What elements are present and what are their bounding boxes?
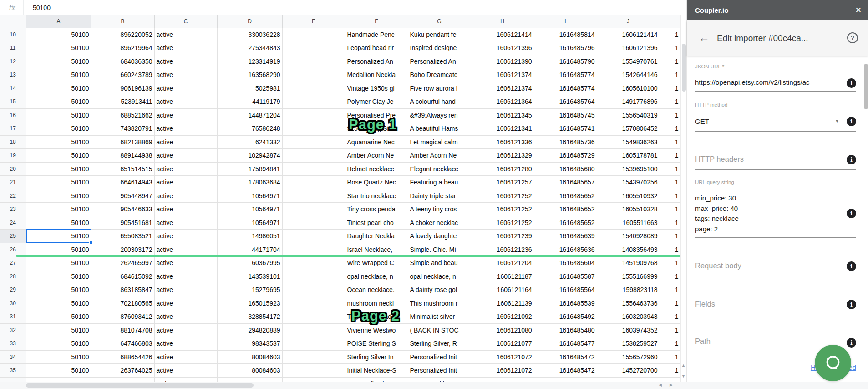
cell[interactable]: 50100 [26,28,91,41]
cell[interactable]: 175894841 [217,162,282,176]
row-header-31[interactable]: 31 [0,310,26,324]
cell[interactable]: 330036228 [217,28,282,41]
cell[interactable]: 1605510932 [597,189,660,203]
cell[interactable]: active [154,297,217,310]
cell[interactable]: 905446633 [91,203,154,216]
cell[interactable]: A choker necklac [408,216,471,230]
cell[interactable]: active [154,216,217,230]
cell[interactable]: active [154,230,217,243]
cell[interactable]: 1 [660,149,680,163]
cell[interactable]: 143539101 [217,270,282,283]
cell[interactable]: Personalized An [408,55,471,68]
cell[interactable]: 144871204 [217,108,282,122]
row-header-18[interactable]: 18 [0,135,26,149]
cell[interactable]: 1570806452 [597,122,660,136]
info-icon[interactable]: i [847,300,856,309]
column-header-E[interactable]: E [282,15,345,28]
formula-input[interactable]: 50100 [24,4,51,11]
cell[interactable]: 1 [660,270,680,283]
cell[interactable]: 50100 [26,230,91,243]
cell[interactable]: Five row aurora l [408,82,471,95]
cell[interactable] [282,68,345,82]
row-header-27[interactable]: 27 [0,256,26,270]
cell[interactable]: 1606121252 [471,189,534,203]
cell[interactable]: active [154,55,217,68]
cell[interactable]: 682138869 [91,135,154,149]
cell[interactable]: 1606121329 [471,149,534,163]
cell[interactable]: 50100 [26,283,91,297]
cell[interactable]: 688521662 [91,108,154,122]
cell[interactable]: 1 [660,28,680,41]
cell[interactable]: 50100 [26,270,91,283]
cell[interactable]: Ocean necklace. [345,283,408,297]
cell[interactable]: 1606121139 [471,297,534,310]
row-header-19[interactable]: 19 [0,149,26,163]
cell[interactable]: A lovely daughte [408,230,471,243]
cell[interactable]: 1606121341 [471,122,534,136]
cell[interactable]: 1606121390 [471,55,534,68]
row-header-30[interactable]: 30 [0,297,26,310]
cell[interactable]: 1616485477 [534,337,597,351]
cell[interactable]: active [154,323,217,337]
column-header-I[interactable]: I [534,15,597,28]
cell[interactable]: Polymer Clay Je [345,95,408,109]
cell[interactable] [282,350,345,364]
cell[interactable]: 98343537 [217,337,282,351]
url-query-input[interactable]: min_price: 30 max_price: 40 tags: neckla… [695,193,739,234]
cell[interactable]: 1606121092 [471,310,534,324]
cell[interactable]: 50100 [26,310,91,324]
path-input[interactable]: Path [695,337,711,346]
cell[interactable]: 50100 [26,82,91,95]
corner-cell[interactable] [0,15,26,28]
cell[interactable]: 1556463736 [597,297,660,310]
cell[interactable] [282,297,345,310]
cell[interactable]: Personalized Init [408,364,471,378]
cell[interactable]: 863185847 [91,283,154,297]
chevron-down-icon[interactable]: ▼ [835,118,839,123]
cell[interactable]: Star trio necklace [345,189,408,203]
cell[interactable]: 1616485796 [534,41,597,55]
cell[interactable]: 1 [660,41,680,55]
cell[interactable]: A beautiful Hams [408,122,471,136]
cell[interactable]: 5025981 [217,82,282,95]
cell[interactable]: 10564971 [217,216,282,230]
row-header-23[interactable]: 23 [0,203,26,216]
row-header-24[interactable]: 24 [0,216,26,230]
cell[interactable]: 1616485492 [534,310,597,324]
cell[interactable]: 1 [660,323,680,337]
cell[interactable]: active [154,149,217,163]
cell[interactable] [282,41,345,55]
cell[interactable]: 1616485472 [534,350,597,364]
cell[interactable]: 1603974352 [597,323,660,337]
row-header-21[interactable]: 21 [0,176,26,189]
cell[interactable]: 1606121072 [471,350,534,364]
cell[interactable]: 1 [660,122,680,136]
cell[interactable]: 60367995 [217,256,282,270]
column-header-G[interactable]: G [408,15,471,28]
cell[interactable] [282,149,345,163]
cell[interactable]: 50100 [26,377,91,382]
cell[interactable]: 50100 [26,216,91,230]
cell[interactable]: Personalised Na [345,377,408,382]
cell[interactable]: Daughter Neckla [345,230,408,243]
cell[interactable]: Amber Acorn Ne [345,149,408,163]
cell[interactable]: Sweet necklace [408,377,471,382]
cell[interactable]: 1539695100 [597,162,660,176]
cell[interactable] [282,323,345,337]
cell[interactable]: This mushroom r [408,297,471,310]
info-icon[interactable]: i [847,117,856,126]
cell[interactable]: 1616485814 [534,28,597,41]
cell[interactable]: 1 [660,162,680,176]
cell[interactable]: Sterling Silver, R [408,337,471,351]
cell[interactable]: 1606121164 [471,283,534,297]
cell[interactable]: 1542644146 [597,68,660,82]
row-header-28[interactable]: 28 [0,270,26,283]
cell[interactable]: active [154,135,217,149]
cell[interactable]: 1606121414 [471,28,534,41]
cell[interactable]: 80084603 [217,350,282,364]
cell[interactable]: 1603203943 [597,310,660,324]
cell[interactable]: 905451681 [91,216,154,230]
cell[interactable] [282,135,345,149]
cell[interactable]: 1616485736 [534,135,597,149]
column-header-C[interactable]: C [154,15,217,28]
